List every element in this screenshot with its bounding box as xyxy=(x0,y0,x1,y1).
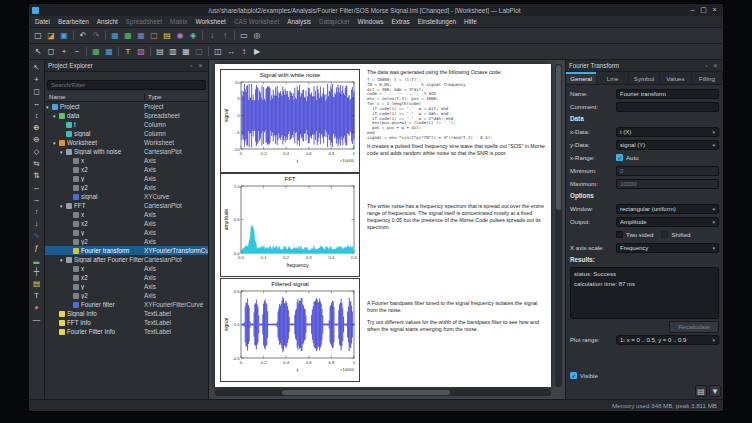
tree-row[interactable]: t Column xyxy=(45,120,208,129)
separator[interactable] xyxy=(202,31,203,40)
undo-icon[interactable]: ↶ xyxy=(77,30,89,42)
zoom-out-icon[interactable]: ⊖ xyxy=(31,134,43,145)
window-combo[interactable]: rectangular (uniform) ▾ xyxy=(616,204,719,214)
menu-item[interactable]: Matrix xyxy=(166,18,191,25)
export-icon[interactable]: ↑ xyxy=(219,30,231,42)
import-file-icon[interactable]: ↓ xyxy=(206,30,218,42)
maximum-input[interactable] xyxy=(616,179,719,189)
shift-right-icon[interactable]: → xyxy=(31,194,43,205)
plot-canvas[interactable]: 00.20.40.60.810.50.0-0.5tsignal×10000 xyxy=(221,288,359,380)
tree-row[interactable]: Fourier Filter Info TextLabel xyxy=(45,327,208,336)
horizontal-layout-icon[interactable]: ▥ xyxy=(167,46,179,58)
minimize-button[interactable]: – xyxy=(687,6,698,14)
tree-row[interactable]: x Axis xyxy=(45,210,208,219)
menu-item[interactable]: Worksheet xyxy=(191,18,229,25)
menu-item[interactable]: Analysis xyxy=(283,18,315,25)
separator[interactable] xyxy=(86,47,87,56)
grid-layout-icon[interactable]: ▦ xyxy=(180,46,192,58)
auto-scale-icon[interactable]: ◇ xyxy=(31,146,43,157)
tree-row[interactable]: ▾ Worksheet Worksheet xyxy=(45,138,208,147)
zoom-in-icon[interactable]: ⊕ xyxy=(31,122,43,133)
column-header-name[interactable]: Name xyxy=(45,93,144,100)
new-datapicker-icon[interactable]: ◉ xyxy=(174,30,186,42)
column-header-type[interactable]: Type xyxy=(144,93,208,100)
zoom-selection-icon[interactable]: ◻ xyxy=(31,86,43,97)
print-preview-icon[interactable]: ◎ xyxy=(251,30,263,42)
separator[interactable] xyxy=(73,31,74,40)
new-note-icon[interactable]: ▤ xyxy=(161,30,173,42)
add-plot-template-icon[interactable]: ▦ xyxy=(103,46,115,58)
title-bar[interactable]: /usr/share/labplot2/examples/Analysis/Fo… xyxy=(29,4,723,16)
plot-canvas[interactable]: 0.00.10.20.30.40.51.00.50.0frequencyampl… xyxy=(221,183,359,275)
cursor-mode-icon[interactable]: ↖ xyxy=(32,46,44,58)
menu-item[interactable]: Einstellungen xyxy=(414,18,460,25)
add-curve-icon[interactable]: ∿ xyxy=(31,230,43,241)
visible-checkbox[interactable] xyxy=(570,372,577,379)
shift-down-icon[interactable]: ↓ xyxy=(31,218,43,229)
menu-item[interactable]: Datei xyxy=(31,18,54,25)
close-panel-icon[interactable]: × xyxy=(196,62,205,69)
add-legend-icon[interactable]: ▤ xyxy=(31,278,43,289)
tree-row[interactable]: Fourier filter XYFourierFilterCurve xyxy=(45,300,208,309)
menu-item[interactable]: Extras xyxy=(388,18,414,25)
tree-row[interactable]: y2 Axis xyxy=(45,291,208,300)
horizontal-scrollbar[interactable] xyxy=(215,389,551,396)
dock-tab[interactable]: Symbol xyxy=(629,72,660,84)
maximize-button[interactable]: ▢ xyxy=(698,6,709,14)
menu-item[interactable]: Hilfe xyxy=(460,18,481,25)
add-plot-icon[interactable]: ▦ xyxy=(90,46,102,58)
xscale-combo[interactable]: Frequency ▾ xyxy=(616,243,719,253)
new-matrix-icon[interactable]: ▦ xyxy=(135,30,147,42)
menu-item[interactable]: Ansicht xyxy=(93,18,122,25)
add-reference-line-icon[interactable]: — xyxy=(31,314,43,325)
tree-row[interactable]: ▾ Signal after Fourier Filter CartesianP… xyxy=(45,255,208,264)
zoom-in-icon[interactable]: + xyxy=(58,46,70,58)
dock-tab[interactable]: Values xyxy=(660,72,691,84)
worksheet-view[interactable]: Signal with white noise 00.20.40.60.8110… xyxy=(209,60,565,399)
fft-info-text[interactable]: The white noise has a frequency spectrum… xyxy=(367,173,546,277)
menu-item[interactable]: Windows xyxy=(354,18,388,25)
tree-row[interactable]: ▾ Project Project xyxy=(45,102,208,111)
horizontal-scrollbar-thumb[interactable] xyxy=(282,390,450,395)
tree-row[interactable]: ▾ Signal with noise CartesianPlot xyxy=(45,147,208,156)
tree-row[interactable]: y2 Axis xyxy=(45,183,208,192)
tree-row[interactable]: x2 Axis xyxy=(45,219,208,228)
close-dock-icon[interactable]: × xyxy=(711,62,720,69)
two-sided-checkbox[interactable] xyxy=(616,231,623,238)
redo-icon[interactable]: ↷ xyxy=(90,30,102,42)
plot-filtered-signal[interactable]: Filtered signal 00.20.40.60.810.50.0-0.5… xyxy=(220,278,360,382)
tree-row[interactable]: signal Column xyxy=(45,129,208,138)
tree-row[interactable]: Signal Info TextLabel xyxy=(45,309,208,318)
tree-row[interactable]: y Axis xyxy=(45,174,208,183)
tree-row[interactable]: y Axis xyxy=(45,228,208,237)
tree-row[interactable]: y2 Axis xyxy=(45,237,208,246)
add-custom-point-icon[interactable]: ● xyxy=(31,302,43,313)
plot-signal-with-noise[interactable]: Signal with white noise 00.20.40.60.8110… xyxy=(220,69,360,173)
comment-input[interactable] xyxy=(616,102,719,112)
zoom-y-selection-icon[interactable]: ↕ xyxy=(31,110,43,121)
separator[interactable] xyxy=(150,47,151,56)
add-text-label-icon[interactable]: T xyxy=(31,290,43,301)
close-button[interactable]: × xyxy=(709,6,720,14)
add-axis-icon[interactable]: ┼ xyxy=(31,266,43,277)
add-equation-curve-icon[interactable]: ƒ xyxy=(31,242,43,253)
new-workbook-icon[interactable]: ▦ xyxy=(109,30,121,42)
print-icon[interactable]: ▭ xyxy=(238,30,250,42)
xdata-combo[interactable]: t (X) ▾ xyxy=(616,127,719,137)
shift-up-icon[interactable]: ↑ xyxy=(31,206,43,217)
separator[interactable] xyxy=(105,31,106,40)
ydata-combo[interactable]: signal (Y) ▾ xyxy=(616,140,719,150)
zoom-x-selection-icon[interactable]: ↔ xyxy=(31,98,43,109)
presenter-mode-icon[interactable]: ▶ xyxy=(251,46,263,58)
menu-item[interactable]: CAS Worksheet xyxy=(230,18,283,25)
recalculate-button[interactable]: Recalculate xyxy=(669,321,719,333)
add-text-label-icon[interactable]: T xyxy=(122,46,134,58)
dock-tab[interactable]: Filling xyxy=(692,72,723,84)
new-worksheet-icon[interactable]: ▢ xyxy=(148,30,160,42)
plot-range-combo[interactable]: 1: x = 0 .. 0.5, y = 0 .. 0.9 ▾ xyxy=(616,335,719,345)
zoom-select-icon[interactable]: ◻ xyxy=(45,46,57,58)
zoom-out-icon[interactable]: − xyxy=(71,46,83,58)
vertical-layout-icon[interactable]: ▤ xyxy=(154,46,166,58)
vertical-scrollbar-thumb[interactable] xyxy=(556,65,561,210)
menu-item[interactable]: Datapicker xyxy=(315,18,354,25)
